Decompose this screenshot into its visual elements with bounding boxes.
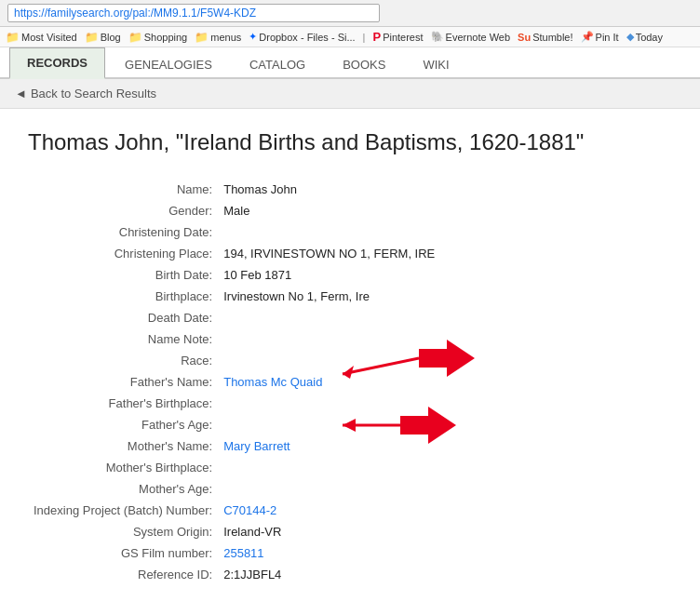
record-title: Thomas John, "Ireland Births and Baptism… [28,127,672,156]
field-value [218,478,672,500]
bookmark-label: menus [210,32,241,43]
field-label: Christening Place: [28,243,218,264]
field-value: 194, IRVINESTOWN NO 1, FERM, IRE [218,243,672,264]
field-value [218,328,672,350]
bookmark-most-visited[interactable]: 📁 Most Visited [6,31,77,44]
tab-genealogies[interactable]: GENEALOGIES [107,49,230,79]
bookmark-label: Today [636,32,663,43]
field-value: Irvinestown No 1, Ferm, Ire [218,286,672,307]
field-value [218,414,672,435]
bookmark-menus[interactable]: 📁 menus [195,31,241,44]
field-value: Thomas Mc Quaid [218,371,672,393]
field-label: Birthplace: [28,286,218,307]
field-label: Race: [28,350,218,371]
back-link-bar: ◄ Back to Search Results [0,79,700,109]
field-label: System Origin: [28,521,218,542]
table-row: GS Film number:255811 [28,542,672,564]
field-value: 255811 [218,542,672,564]
tab-catalog[interactable]: CATALOG [232,49,323,79]
table-row: Death Date: [28,307,672,328]
folder-icon: 📁 [195,31,209,44]
field-value: 2:1JJBFL4 [218,564,672,585]
field-value: Ireland-VR [218,521,672,542]
folder-icon: 📁 [85,31,99,44]
separator: | [363,32,366,43]
address-bar[interactable]: https://familysearch.org/pal:/MM9.1.1/F5… [7,4,380,22]
bookmark-label: Pin It [596,32,619,43]
field-link[interactable]: Mary Barrett [223,439,290,453]
table-row: Gender:Male [28,200,672,221]
nav-tabs: RECORDS GENEALOGIES CATALOG BOOKS WIKI [0,47,700,79]
table-row: Father's Birthplace: [28,393,672,414]
field-value [218,457,672,478]
table-row: Christening Date: [28,221,672,243]
field-label: Christening Date: [28,221,218,243]
tab-wiki[interactable]: WIKI [405,49,466,79]
field-label: Name Note: [28,328,218,350]
folder-icon: 📁 [6,31,20,44]
field-link[interactable]: 255811 [223,546,263,560]
main-content: Thomas John, "Ireland Births and Baptism… [0,109,700,604]
bookmark-stumble[interactable]: Su Stumble! [518,32,572,43]
evernote-icon: 🐘 [431,31,444,43]
field-label: Mother's Name: [28,435,218,457]
browser-bar: https://familysearch.org/pal:/MM9.1.1/F5… [0,0,700,27]
bookmark-dropbox[interactable]: ✦ Dropbox - Files - Si... [249,31,355,43]
bookmarks-bar: 📁 Most Visited 📁 Blog 📁 Shopping 📁 menus… [0,27,700,47]
back-arrow-icon: ◄ [15,87,27,100]
pinit-icon: 📌 [581,31,594,43]
table-row: System Origin:Ireland-VR [28,521,672,542]
field-label: Birth Date: [28,264,218,286]
back-link-text: Back to Search Results [31,87,156,100]
table-row: Reference ID:2:1JJBFL4 [28,564,672,585]
field-value: Male [218,200,672,221]
fields-table: Name:Thomas JohnGender:MaleChristening D… [28,179,672,585]
field-link[interactable]: Thomas Mc Quaid [223,375,322,389]
field-value: Thomas John [218,179,672,200]
table-row: Mother's Birthplace: [28,457,672,478]
table-row: Birth Date:10 Feb 1871 [28,264,672,286]
bookmark-label: Most Visited [21,32,77,43]
field-value [218,393,672,414]
today-icon: ◆ [626,31,634,43]
field-link[interactable]: C70144-2 [223,503,276,517]
folder-icon: 📁 [128,31,142,44]
bookmark-pinit[interactable]: 📌 Pin It [581,31,619,43]
table-row: Race: [28,350,672,371]
field-label: Father's Birthplace: [28,393,218,414]
table-row: Name:Thomas John [28,179,672,200]
bookmark-label: Evernote Web [446,32,511,43]
tab-books[interactable]: BOOKS [325,49,403,79]
dropbox-icon: ✦ [249,31,257,43]
field-value: C70144-2 [218,500,672,521]
table-row: Mother's Name:Mary Barrett [28,435,672,457]
table-row: Father's Age: [28,414,672,435]
field-label: Indexing Project (Batch) Number: [28,500,218,521]
table-row: Father's Name:Thomas Mc Quaid [28,371,672,393]
table-row: Christening Place:194, IRVINESTOWN NO 1,… [28,243,672,264]
bookmark-shopping[interactable]: 📁 Shopping [128,31,188,44]
pinterest-icon: P [372,30,381,44]
back-to-search-link[interactable]: ◄ Back to Search Results [15,87,685,100]
bookmark-evernote[interactable]: 🐘 Evernote Web [431,31,511,43]
field-value [218,221,672,243]
bookmark-pinterest[interactable]: P Pinterest [372,30,423,44]
field-label: Gender: [28,200,218,221]
field-label: Name: [28,179,218,200]
field-value: 10 Feb 1871 [218,264,672,286]
bookmark-today[interactable]: ◆ Today [626,31,663,43]
bookmark-blog[interactable]: 📁 Blog [85,31,121,44]
bookmark-label: Shopping [144,32,188,43]
bookmark-label: Dropbox - Files - Si... [259,32,355,43]
field-label: Mother's Birthplace: [28,457,218,478]
field-label: Reference ID: [28,564,218,585]
field-label: Father's Age: [28,414,218,435]
field-label: Mother's Age: [28,478,218,500]
tab-records[interactable]: RECORDS [9,47,105,79]
table-row: Indexing Project (Batch) Number:C70144-2 [28,500,672,521]
field-value: Mary Barrett [218,435,672,457]
field-label: Death Date: [28,307,218,328]
bookmark-label: Pinterest [383,32,423,43]
field-label: Father's Name: [28,371,218,393]
page-wrapper: Thomas John, "Ireland Births and Baptism… [0,109,700,604]
